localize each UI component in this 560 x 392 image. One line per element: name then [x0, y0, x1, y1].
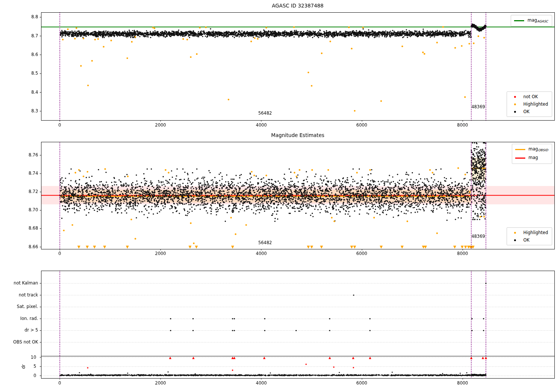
ax2-legend-lines: magOBSID mag: [512, 144, 552, 164]
ax2-xtick: 2000: [149, 251, 172, 256]
figure: AGASC ID 32387488 8.8 8.7 8.6 8.5 8.4 8.…: [0, 0, 560, 392]
legend-item-mag-obsid: magOBSID: [515, 146, 548, 153]
ax3-category-not-track: not track: [0, 292, 38, 298]
ax3-xtick: 8000: [451, 380, 474, 386]
legend-label: Highlighted: [523, 230, 548, 235]
legend-item-not-ok: not OK: [510, 94, 548, 99]
mag-obsid-line-sample-icon: [515, 149, 525, 150]
highlighted-marker-icon: [514, 103, 516, 105]
mag-agasc-line-sample-icon: [514, 20, 524, 21]
ax1-ytick: 8.5: [15, 71, 38, 76]
ax3-xtick: 6000: [351, 380, 373, 386]
legend-label: OK: [523, 237, 530, 243]
ax1-ytick: 8.4: [15, 90, 38, 95]
ax2-xtick: 8000: [451, 251, 474, 256]
ax2-ytick: 8.70: [15, 207, 38, 212]
ax3-category-ion-rad: Ion. rad.: [0, 316, 38, 321]
legend-item-ok: OK: [510, 237, 548, 243]
highlighted-marker-icon: [514, 232, 516, 234]
legend-label: Highlighted: [523, 102, 548, 107]
ax2-ytick: 8.68: [15, 225, 38, 231]
ax3-xtick: 2000: [149, 380, 172, 386]
ax3-category-sat-pixel: Sat. pixel.: [0, 304, 38, 309]
legend-label: not OK: [523, 94, 538, 99]
ax3-dr-tick: 0: [15, 373, 36, 378]
ax2-ytick: 8.66: [15, 244, 38, 249]
mag-line-sample-icon: [515, 158, 525, 159]
ax2-legend-markers: Highlighted OK: [507, 227, 552, 245]
legend-item-highlighted: Highlighted: [510, 230, 548, 235]
ax1-obsid-annotation-anom: 48369: [467, 104, 489, 109]
ax2-xtick: 4000: [250, 251, 273, 256]
legend-label: magAGASC: [528, 18, 548, 24]
ax1-xtick: 0: [49, 122, 71, 128]
ax1-xtick: 6000: [351, 122, 373, 128]
ax2-ytick: 8.72: [15, 189, 38, 194]
legend-label: magOBSID: [529, 146, 548, 153]
ax1-title: AGASC ID 32387488: [41, 3, 554, 9]
not-ok-marker-icon: [514, 96, 516, 98]
ax1-xtick: 2000: [149, 122, 172, 128]
ax2-ytick: 8.74: [15, 171, 38, 176]
ax3-dr-axis-label: dr: [21, 361, 26, 372]
ax3-category-dr-gt5: dr > 5: [0, 327, 38, 333]
ax3-category-obs-not-ok: OBS not OK: [0, 339, 38, 345]
ax1-legend-markers: not OK Highlighted OK: [507, 91, 552, 117]
ax1-ytick: 8.7: [15, 33, 38, 38]
ax2-ytick: 8.76: [15, 152, 38, 158]
ax2-title: Magnitude Estimates: [41, 132, 554, 138]
ax3-dr-tick: 10: [15, 355, 36, 360]
ax1-obsid-annotation-main: 56482: [254, 111, 276, 116]
legend-label: mag: [529, 155, 538, 161]
legend-item-mag: mag: [515, 155, 548, 161]
ax1-ytick: 8.6: [15, 52, 38, 57]
legend-item-ok: OK: [510, 109, 548, 114]
legend-item-highlighted: Highlighted: [510, 102, 548, 107]
ax3-xtick: 4000: [250, 380, 273, 386]
ax2-obsid-annotation-main: 56482: [254, 240, 276, 245]
ok-marker-icon: [514, 111, 516, 113]
plot-canvas: [0, 0, 560, 392]
ax1-xtick: 8000: [451, 122, 474, 128]
ax2-xtick: 0: [49, 251, 71, 256]
ax1-ytick: 8.8: [15, 14, 38, 19]
ok-marker-icon: [514, 239, 516, 241]
ax1-ytick: 8.3: [15, 108, 38, 113]
ax1-xtick: 4000: [250, 122, 273, 128]
ax1-legend-lines: magAGASC: [511, 15, 552, 27]
ax3-xtick: 0: [49, 380, 71, 386]
ax2-xtick: 6000: [351, 251, 373, 256]
legend-item-mag-agasc: magAGASC: [514, 18, 548, 24]
ax3-category-not-kalman: not Kalman: [0, 280, 38, 286]
legend-label: OK: [523, 109, 530, 114]
ax2-obsid-annotation-anom: 48369: [467, 234, 489, 239]
